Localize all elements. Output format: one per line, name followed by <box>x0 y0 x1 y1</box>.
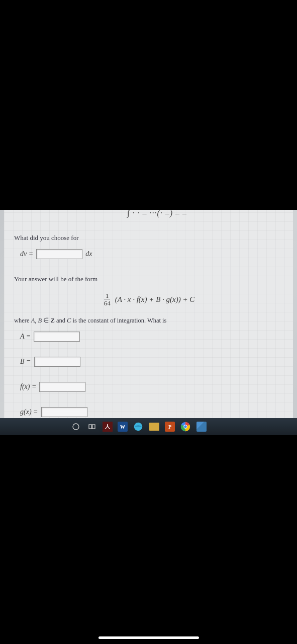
where-text: where A, B ∈ Z and C is the constant of … <box>14 316 283 325</box>
gx-label: g(x) = <box>20 408 38 416</box>
fx-row: f(x) = <box>20 382 283 392</box>
form-intro: Your answer will be of the form <box>14 275 283 283</box>
adobe-reader-icon[interactable]: 人 <box>103 422 113 432</box>
dv-input[interactable] <box>36 249 82 259</box>
integral-fragment: ∫ · · – ···(· –) – – <box>127 210 187 218</box>
photos-icon[interactable] <box>196 421 207 432</box>
cortana-icon[interactable] <box>70 421 81 432</box>
gx-input[interactable] <box>41 407 87 417</box>
a-row: A = <box>20 332 283 342</box>
chrome-icon[interactable] <box>180 421 191 432</box>
a-input[interactable] <box>34 332 80 342</box>
fraction-1-64: 1 64 <box>103 292 112 306</box>
b-label: B = <box>20 358 31 366</box>
question-choose-for: What did you choose for <box>14 234 283 242</box>
a-label: A = <box>20 333 31 341</box>
fx-input[interactable] <box>39 382 85 392</box>
powerpoint-icon[interactable]: P <box>165 422 175 432</box>
b-input[interactable] <box>34 357 80 367</box>
gx-row: g(x) = <box>20 407 283 417</box>
edge-icon[interactable] <box>133 421 144 432</box>
b-row: B = <box>20 357 283 367</box>
windows-taskbar: 人 W P <box>0 418 297 435</box>
worksheet-page: ∫ · · – ···(· –) – – What did you choose… <box>4 210 293 421</box>
svg-rect-2 <box>92 425 95 429</box>
dx-label: dx <box>85 250 92 258</box>
word-icon[interactable]: W <box>118 422 128 432</box>
svg-point-7 <box>184 425 187 428</box>
file-explorer-icon[interactable] <box>149 421 160 432</box>
svg-point-0 <box>73 424 79 430</box>
answer-formula: 1 64 (A · x · f(x) + B · g(x)) + C <box>14 292 283 306</box>
home-indicator[interactable] <box>98 636 199 639</box>
dv-row: dv = dx <box>20 249 283 259</box>
screen-content: ∫ · · – ···(· –) – – What did you choose… <box>0 210 297 435</box>
task-view-icon[interactable] <box>86 421 97 432</box>
dv-label: dv = <box>20 250 33 258</box>
fx-label: f(x) = <box>20 383 36 391</box>
formula-body: (A · x · f(x) + B · g(x)) + C <box>115 295 195 304</box>
svg-rect-1 <box>89 425 91 429</box>
